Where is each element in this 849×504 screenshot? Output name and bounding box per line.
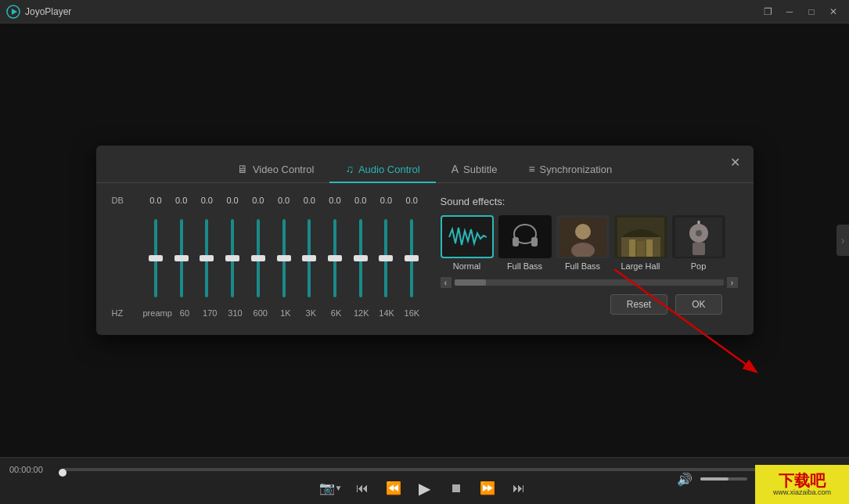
- stop-icon: ⏹: [450, 481, 462, 495]
- app-title: JoyoPlayer: [25, 6, 71, 17]
- eq-slider-track-5: [282, 219, 286, 297]
- eq-slider-thumb-9[interactable]: [379, 255, 393, 261]
- prev-icon: ⏮: [356, 481, 369, 495]
- eq-channel-7[interactable]: [322, 211, 348, 305]
- restore-button[interactable]: ❐: [758, 4, 777, 20]
- svg-rect-4: [531, 237, 538, 247]
- dialog-body: DB 0.0 0.0 0.0 0.0 0.0 0.0 0.0 0.0 0.0 0…: [96, 183, 754, 327]
- eq-hz-preamp: preamp: [143, 308, 172, 318]
- eq-channel-4[interactable]: [245, 211, 271, 305]
- scroll-left-button[interactable]: ‹: [441, 277, 451, 288]
- eq-channel-0[interactable]: [143, 211, 169, 305]
- right-panel-toggle[interactable]: ›: [836, 225, 849, 256]
- close-window-button[interactable]: ✕: [824, 4, 843, 20]
- eq-channel-2[interactable]: [194, 211, 220, 305]
- sound-effect-pop-thumb: [672, 215, 725, 258]
- tab-synchronization[interactable]: ≡ Synchronization: [513, 157, 628, 183]
- eq-val-10: 0.0: [399, 196, 425, 205]
- progress-dot: [59, 469, 67, 477]
- eq-values-list: 0.0 0.0 0.0 0.0 0.0 0.0 0.0 0.0 0.0 0.0 …: [143, 196, 425, 205]
- minimize-button[interactable]: ─: [780, 4, 799, 20]
- eq-val-6: 0.0: [297, 196, 322, 205]
- eq-slider-track-2: [205, 219, 208, 297]
- volume-button[interactable]: 🔊: [674, 468, 696, 490]
- tab-subtitle[interactable]: A Subtitle: [436, 157, 513, 183]
- scroll-right-button[interactable]: ›: [727, 277, 738, 288]
- eq-channel-8[interactable]: [347, 211, 373, 305]
- sound-effects-scrollbar: ‹ ›: [441, 277, 738, 288]
- time-current: 00:00:00: [9, 465, 56, 474]
- eq-spacer: [112, 211, 143, 305]
- sound-effect-fullbass-dark-thumb: [498, 215, 552, 258]
- stop-button[interactable]: ⏹: [445, 477, 467, 499]
- sound-effect-pop[interactable]: Pop: [672, 215, 725, 271]
- screenshot-button[interactable]: 📷 ▼: [320, 477, 342, 499]
- eq-val-9: 0.0: [373, 196, 399, 205]
- scrollbar-track[interactable]: [455, 279, 724, 286]
- eq-channel-5[interactable]: [271, 211, 297, 305]
- eq-slider-thumb-0[interactable]: [149, 255, 163, 261]
- sound-effects-section: Sound effects: Normal: [441, 196, 738, 318]
- eq-slider-thumb-4[interactable]: [251, 255, 265, 261]
- audio-control-dialog: ✕ 🖥 Video Control ♫ Audio Control A Subt…: [96, 146, 754, 335]
- step-fwd-button[interactable]: ⏩: [477, 477, 498, 499]
- eq-hz-14k: 14K: [374, 308, 399, 318]
- volume-fill: [700, 477, 728, 481]
- eq-slider-thumb-6[interactable]: [302, 255, 316, 261]
- eq-slider-thumb-3[interactable]: [225, 255, 239, 261]
- step-back-button[interactable]: ⏪: [383, 477, 405, 499]
- eq-hz-12k: 12K: [349, 308, 374, 318]
- dialog-close-button[interactable]: ✕: [727, 153, 744, 171]
- eq-slider-thumb-7[interactable]: [328, 255, 342, 261]
- eq-slider-thumb-2[interactable]: [200, 255, 214, 261]
- sound-effect-fullbass-dark[interactable]: Full Bass: [498, 215, 552, 271]
- sound-effect-largehall[interactable]: Large Hall: [614, 215, 667, 271]
- next-button[interactable]: ⏭: [508, 477, 530, 499]
- eq-channel-9[interactable]: [373, 211, 399, 305]
- eq-slider-thumb-8[interactable]: [354, 255, 368, 261]
- player-controls: 📷 ▼ ⏮ ⏪ ▶ ⏹ ⏩ ⏭ 🔊: [0, 476, 849, 501]
- eq-channel-1[interactable]: [168, 211, 194, 305]
- eq-slider-track-3: [231, 219, 234, 297]
- sound-effect-fullbass-person[interactable]: Full Bass: [556, 215, 610, 271]
- tab-audio-control[interactable]: ♫ Audio Control: [329, 157, 435, 183]
- eq-channel-3[interactable]: [220, 211, 246, 305]
- eq-hz-600: 600: [248, 308, 273, 318]
- tab-sync-label: Synchronization: [540, 164, 613, 175]
- play-button[interactable]: ▶: [414, 477, 436, 499]
- prev-button[interactable]: ⏮: [351, 477, 373, 499]
- eq-slider-track-0: [154, 219, 157, 297]
- eq-channel-6[interactable]: [297, 211, 322, 305]
- step-back-icon: ⏪: [386, 481, 401, 495]
- tab-subtitle-label: Subtitle: [463, 164, 497, 175]
- svg-marker-1: [12, 9, 17, 15]
- volume-bar[interactable]: [700, 477, 747, 481]
- tab-video-label: Video Control: [253, 164, 315, 175]
- eq-val-0: 0.0: [143, 196, 169, 205]
- maximize-button[interactable]: □: [802, 4, 821, 20]
- headphone-icon: [508, 221, 542, 253]
- eq-hz-6k: 6K: [323, 308, 348, 318]
- reset-button[interactable]: Reset: [610, 294, 667, 315]
- tab-video-control[interactable]: 🖥 Video Control: [221, 157, 330, 183]
- eq-slider-thumb-1[interactable]: [174, 255, 189, 261]
- eq-val-3: 0.0: [220, 196, 246, 205]
- eq-hz-db-label: HZ: [112, 308, 143, 318]
- eq-slider-thumb-10[interactable]: [405, 255, 419, 261]
- eq-val-5: 0.0: [271, 196, 297, 205]
- sound-effect-normal-thumb: [441, 215, 494, 258]
- svg-point-17: [696, 230, 702, 236]
- main-area: › ✕ 🖥 Video Control ♫ Audio Control A Su…: [0, 23, 849, 457]
- eq-slider-thumb-5[interactable]: [277, 255, 291, 261]
- ok-button[interactable]: OK: [675, 294, 721, 315]
- eq-channel-10[interactable]: [399, 211, 425, 305]
- sound-effect-largehall-label: Large Hall: [621, 261, 660, 271]
- eq-hz-3k: 3K: [298, 308, 323, 318]
- eq-slider-track-8: [359, 219, 362, 297]
- video-control-icon: 🖥: [237, 163, 248, 175]
- scrollbar-thumb: [455, 279, 486, 286]
- eq-val-8: 0.0: [347, 196, 373, 205]
- sound-effect-normal[interactable]: Normal: [441, 215, 494, 271]
- watermark: 下载吧 www.xiazaiba.com: [755, 465, 849, 504]
- sound-effect-fullbass-person-thumb: [556, 215, 610, 258]
